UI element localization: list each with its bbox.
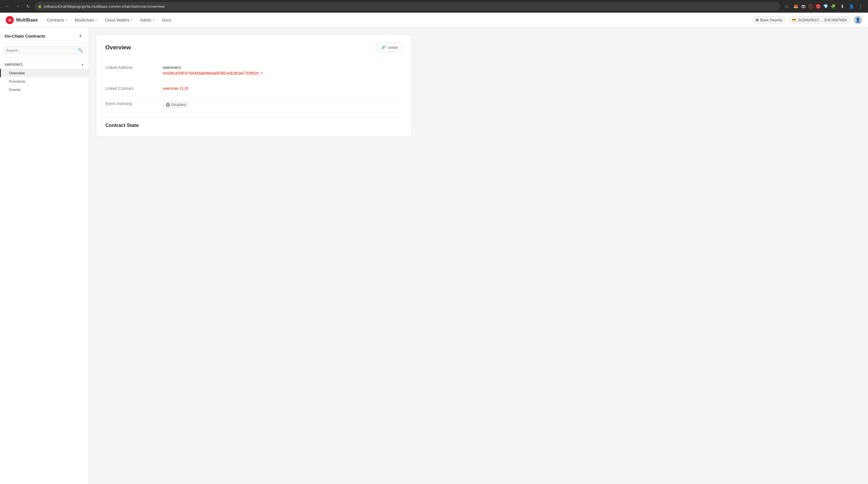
event-indexing-value: ✕ Disabled xyxy=(163,96,402,113)
nav-docs-label: Docs xyxy=(162,18,172,22)
disabled-label: Disabled xyxy=(172,102,186,107)
event-indexing-label: Event Indexing xyxy=(105,96,163,113)
overview-card: Overview 🔗 Unlink Linked Address swimmer… xyxy=(96,34,412,137)
sidebar-item-events-label: Events xyxy=(9,88,21,92)
nav-contracts[interactable]: Contracts ▾ xyxy=(43,16,70,24)
ext-icon-6[interactable]: 🧩 xyxy=(830,3,836,10)
wallet-icon: 💳 xyxy=(792,18,796,22)
contract-state-title: Contract State xyxy=(105,117,402,128)
nav-contracts-label: Contracts xyxy=(47,18,64,22)
main-layout: On-Chain Contracts + 🔍 swimmer1 ▲ Overvi… xyxy=(0,28,868,484)
network-badge[interactable]: Base Sepolia xyxy=(753,17,786,24)
nav-admin-label: Admin xyxy=(140,18,152,22)
network-dot xyxy=(756,19,758,22)
disabled-badge[interactable]: ✕ Disabled xyxy=(163,101,189,108)
contract-link[interactable]: swimmer (1.0) xyxy=(163,86,188,91)
user-avatar[interactable]: 👤 xyxy=(854,16,862,24)
ext-icon-1[interactable]: 🦊 xyxy=(792,3,799,10)
search-input[interactable] xyxy=(6,48,76,53)
linked-contract-label: Linked Contract xyxy=(105,81,163,96)
address-link[interactable]: 0x936c839F678AAfda8d8e8a0FBEA4b363eF7D99… xyxy=(163,71,263,75)
nav-docs[interactable]: Docs xyxy=(159,16,175,24)
reload-button[interactable]: ↻ xyxy=(24,2,32,10)
extension-icons: 🦊 🦝 🚫 🔴 💎 🧩 xyxy=(792,3,836,10)
forward-button[interactable]: → xyxy=(14,2,22,10)
contract-chevron-icon: ▲ xyxy=(81,62,84,66)
nav-blockchain-label: Blockchain xyxy=(75,18,94,22)
linked-contract-row: Linked Contract swimmer (1.0) xyxy=(105,81,402,96)
external-link-icon: ↗ xyxy=(260,71,263,75)
sidebar-item-overview[interactable]: Overview xyxy=(0,69,89,77)
logo-icon: ◎ xyxy=(6,16,14,24)
content-area: Overview 🔗 Unlink Linked Address swimmer… xyxy=(89,28,868,484)
contracts-chevron-icon: ▾ xyxy=(65,19,67,22)
wallet-badge[interactable]: 💳 0x2b8d3b1C ... B3C3667bBA xyxy=(789,17,850,24)
event-indexing-row: Event Indexing ✕ Disabled xyxy=(105,96,402,113)
sidebar-item-functions-label: Functions xyxy=(9,79,25,84)
lock-icon: 🔒 xyxy=(38,5,42,8)
sidebar: On-Chain Contracts + 🔍 swimmer1 ▲ Overvi… xyxy=(0,28,89,484)
disabled-dot-icon: ✕ xyxy=(166,103,170,107)
unlink-button[interactable]: 🔗 Unlink xyxy=(377,43,402,52)
nav-admin[interactable]: Admin ▾ xyxy=(136,16,158,24)
address-name: swimmer1 xyxy=(163,65,402,70)
linked-address-value: swimmer1 0x936c839F678AAfda8d8e8a0FBEA4b… xyxy=(163,60,402,81)
app-navbar: ◎ MultiBaas Contracts ▾ Blockchain ▾ Clo… xyxy=(0,12,868,28)
admin-chevron-icon: ▾ xyxy=(153,19,154,22)
logo-text: MultiBaas xyxy=(16,18,38,23)
search-input-wrap: 🔍 xyxy=(3,46,85,54)
bookmark-button[interactable]: ☆ xyxy=(782,2,790,10)
add-contract-button[interactable]: + xyxy=(76,32,84,40)
cloud-wallets-chevron-icon: ▾ xyxy=(131,19,132,22)
unlink-icon: 🔗 xyxy=(381,45,386,50)
unlink-label: Unlink xyxy=(388,46,398,50)
sidebar-title: On-Chain Contracts xyxy=(5,34,45,38)
ext-icon-2[interactable]: 🦝 xyxy=(800,3,807,10)
browser-chrome: ← → ↻ 🔒 zoikawu42nahfdiqeugcypriia.multi… xyxy=(0,0,868,12)
blockchain-chevron-icon: ▾ xyxy=(95,19,97,22)
sidebar-item-functions[interactable]: Functions xyxy=(0,77,89,86)
sidebar-item-events[interactable]: Events xyxy=(0,86,89,94)
linked-address-label: Linked Address xyxy=(105,60,163,81)
search-icon[interactable]: 🔍 xyxy=(78,48,83,53)
sidebar-header: On-Chain Contracts + xyxy=(0,28,89,43)
url-text: zoikawu42nahfdiqeugcypriia.multibaas.com… xyxy=(43,4,165,9)
browser-right-icons: ☆ 🦊 🦝 🚫 🔴 💎 🧩 ⬇ 👤 ⋮ xyxy=(782,2,865,10)
overview-header: Overview 🔗 Unlink xyxy=(105,43,402,52)
network-label: Base Sepolia xyxy=(761,18,782,22)
back-button[interactable]: ← xyxy=(3,2,11,10)
nav-cloud-wallets-label: Cloud Wallets xyxy=(105,18,129,22)
app-logo[interactable]: ◎ MultiBaas xyxy=(6,16,38,24)
address-text: 0x936c839F678AAfda8d8e8a0FBEA4b363eF7D99… xyxy=(163,71,259,75)
ext-icon-5[interactable]: 💎 xyxy=(822,3,829,10)
sidebar-contract-swimmer1: swimmer1 ▲ Overview Functions Events xyxy=(0,60,89,94)
linked-contract-value: swimmer (1.0) xyxy=(163,81,402,96)
ext-icon-4[interactable]: 🔴 xyxy=(815,3,822,10)
nav-cloud-wallets[interactable]: Cloud Wallets ▾ xyxy=(101,16,135,24)
contract-name: swimmer (1.0) xyxy=(163,86,188,91)
sidebar-content: swimmer1 ▲ Overview Functions Events xyxy=(0,57,89,484)
download-button[interactable]: ⬇ xyxy=(838,2,846,10)
nav-blockchain[interactable]: Blockchain ▾ xyxy=(71,16,100,24)
contract-name-swimmer1: swimmer1 xyxy=(5,62,23,67)
sidebar-search: 🔍 xyxy=(0,43,89,57)
menu-button[interactable]: ⋮ xyxy=(857,2,865,10)
nav-right: Base Sepolia 💳 0x2b8d3b1C ... B3C3667bBA… xyxy=(753,16,862,24)
wallet-address: 0x2b8d3b1C ... B3C3667bBA xyxy=(798,18,847,22)
overview-table: Linked Address swimmer1 0x936c839F678AAf… xyxy=(105,60,402,113)
linked-address-row: Linked Address swimmer1 0x936c839F678AAf… xyxy=(105,60,402,81)
sidebar-item-overview-label: Overview xyxy=(9,71,25,75)
ext-icon-user[interactable]: 👤 xyxy=(848,3,855,10)
ext-icon-3[interactable]: 🚫 xyxy=(807,3,814,10)
overview-title: Overview xyxy=(105,44,131,51)
url-bar[interactable]: 🔒 zoikawu42nahfdiqeugcypriia.multibaas.c… xyxy=(34,2,780,11)
contract-header-swimmer1[interactable]: swimmer1 ▲ xyxy=(0,60,89,69)
